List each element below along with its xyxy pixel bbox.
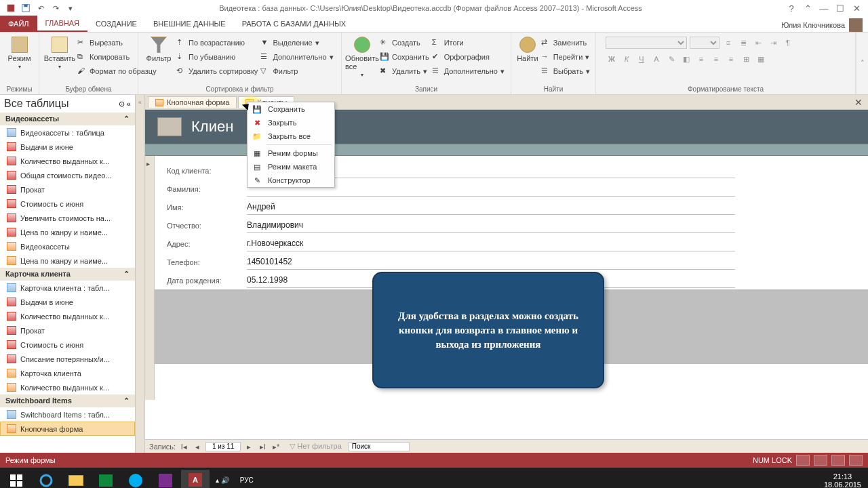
minimize-button[interactable]: — (816, 1, 831, 15)
nav-item[interactable]: Количество выданных к... (0, 154, 135, 168)
close-button[interactable]: ✕ (849, 1, 864, 15)
nav-item[interactable]: Прокат (0, 323, 135, 338)
view-layout-button[interactable] (831, 455, 845, 466)
record-selector[interactable] (145, 156, 155, 400)
nav-item[interactable]: Цена по жанру и наиме... (0, 253, 135, 268)
delete-record-button[interactable]: ✖Удалить▾ (380, 65, 429, 77)
view-mode-button[interactable]: Режим▾ (5, 37, 33, 70)
ribbon-collapse-button[interactable]: ⌃ (800, 1, 815, 15)
toggle-filter-button[interactable]: ▽Фильтр (260, 65, 333, 77)
nav-item-selected[interactable]: Кнопочная форма (0, 422, 135, 436)
help-button[interactable]: ? (784, 1, 799, 15)
highlight-button[interactable]: ✎ (665, 53, 677, 65)
sort-desc-button[interactable]: ⇣По убыванию (176, 51, 258, 63)
taskbar-ie[interactable] (32, 470, 60, 488)
tab-file[interactable]: ФАЙЛ (0, 16, 37, 32)
save-record-button[interactable]: 💾Сохранить (380, 51, 429, 63)
alt-row-button[interactable]: ▦ (755, 53, 767, 65)
view-datasheet-button[interactable] (814, 455, 827, 466)
ctx-formview[interactable]: ▦Режим формы (248, 146, 334, 160)
taskbar-store[interactable] (92, 470, 120, 488)
recnav-next[interactable]: ▸ (243, 442, 254, 451)
more-records-button[interactable]: ☰Дополнительно▾ (432, 65, 505, 77)
bold-button[interactable]: Ж (606, 53, 618, 65)
align-center-button[interactable]: ≡ (710, 53, 722, 65)
qat-undo[interactable]: ↶ (34, 1, 47, 15)
doc-tab-close[interactable]: ✕ (849, 97, 868, 108)
nav-dropdown-icon[interactable]: ⊙ « (119, 100, 131, 108)
nav-item[interactable]: Количество выданных к... (0, 309, 135, 323)
indent-inc-button[interactable]: ⇥ (767, 37, 779, 49)
tab-dbtools[interactable]: РАБОТА С БАЗАМИ ДАННЫХ (234, 16, 354, 32)
taskbar-onenote[interactable] (151, 470, 180, 488)
ctx-closeall[interactable]: 📁Закрыть все (248, 129, 334, 143)
numbering-button[interactable]: ≣ (737, 37, 749, 49)
nav-item[interactable]: Стоимость с июня (0, 197, 135, 211)
nav-group-1[interactable]: Видеокассеты⌃ (0, 113, 135, 125)
ctx-save[interactable]: 💾Сохранить (248, 102, 334, 116)
align-left-button[interactable]: ≡ (695, 53, 707, 65)
field-mid[interactable]: Владимирович (247, 218, 735, 233)
account-avatar[interactable] (849, 18, 863, 32)
tab-create[interactable]: СОЗДАНИЕ (87, 16, 145, 32)
find-button[interactable]: Найти (517, 37, 538, 62)
recnav-last[interactable]: ▸I (257, 442, 268, 451)
nav-item[interactable]: Видеокассеты : таблица (0, 125, 135, 140)
tab-home[interactable]: ГЛАВНАЯ (37, 16, 87, 32)
taskbar-lang[interactable]: РУС (235, 476, 259, 485)
nav-item[interactable]: Карточка клиента (0, 366, 135, 380)
taskbar-clock[interactable]: 21:1318.06.2015 (818, 472, 867, 488)
select-button[interactable]: ☰Выбрать▾ (541, 65, 590, 77)
font-size-select[interactable] (690, 37, 719, 49)
font-family-select[interactable] (606, 37, 687, 49)
gridlines-button[interactable]: ⊞ (740, 53, 752, 65)
underline-button[interactable]: Ч (635, 53, 648, 65)
nav-group-3[interactable]: Switchboard Items⌃ (0, 394, 135, 407)
ctx-layoutview[interactable]: ▤Режим макета (248, 160, 334, 174)
taskbar-skype[interactable] (121, 470, 150, 488)
goto-button[interactable]: →Перейти▾ (541, 51, 590, 63)
nav-item[interactable]: Общая стоимость видео... (0, 168, 135, 182)
font-color-button[interactable]: A (650, 53, 663, 65)
qat-redo[interactable]: ↷ (49, 1, 62, 15)
nav-item[interactable]: Switchboard Items : табл... (0, 407, 135, 422)
taskbar-access[interactable]: A (181, 470, 210, 488)
nav-item[interactable]: Стоимость с июня (0, 338, 135, 352)
nav-shutter[interactable]: « (136, 95, 145, 453)
view-form-button[interactable] (796, 455, 810, 466)
nav-item[interactable]: Прокат (0, 182, 135, 197)
field-phone[interactable]: 1450101452 (247, 255, 735, 270)
align-right-button[interactable]: ≡ (725, 53, 737, 65)
nav-item[interactable]: Списание потерянных/и... (0, 352, 135, 366)
nav-item[interactable]: Выдачи в июне (0, 140, 135, 154)
recnav-new[interactable]: ▸* (271, 442, 281, 451)
spelling-button[interactable]: ✔Орфография (432, 51, 505, 63)
refresh-all-button[interactable]: Обновить все▾ (347, 37, 377, 78)
qat-save[interactable] (19, 1, 33, 15)
recnav-search[interactable] (349, 442, 410, 451)
advanced-filter-button[interactable]: ☰Дополнительно▾ (260, 51, 333, 63)
ctx-designview[interactable]: ✎Конструктор (248, 174, 334, 187)
doc-tab-1[interactable]: Кнопочная форма (148, 96, 237, 108)
nav-item[interactable]: Карточка клиента : табл... (0, 281, 135, 295)
filter-button[interactable]: Фильтр (144, 37, 174, 62)
nav-item[interactable]: Количество выданных к... (0, 380, 135, 394)
tab-external[interactable]: ВНЕШНИЕ ДАННЫЕ (145, 16, 234, 32)
account-name[interactable]: Юлия Ключникова (781, 21, 845, 29)
taskbar-tray[interactable]: ▴ 🔊 (210, 476, 235, 485)
nav-item[interactable]: Видеокассеты (0, 239, 135, 253)
bullets-button[interactable]: ≡ (722, 37, 734, 49)
recnav-prev[interactable]: ◂ (192, 442, 203, 451)
field-addr[interactable]: г.Новочеркасск (247, 237, 735, 251)
nav-item[interactable]: Цена по жанру и наиме... (0, 225, 135, 239)
clear-sort-button[interactable]: ⟲Удалить сортировку (176, 65, 258, 77)
ribbon-collapse-icon[interactable]: ˄ (856, 33, 868, 94)
start-button[interactable] (2, 470, 31, 488)
replace-button[interactable]: ⇄Заменить (541, 37, 590, 49)
italic-button[interactable]: К (620, 53, 633, 65)
fill-color-button[interactable]: ◧ (680, 53, 692, 65)
field-first[interactable]: Андрей (247, 200, 735, 215)
qat-more[interactable]: ▾ (64, 1, 77, 15)
recnav-first[interactable]: I◂ (178, 442, 189, 451)
new-record-button[interactable]: ✳Создать (380, 37, 429, 49)
